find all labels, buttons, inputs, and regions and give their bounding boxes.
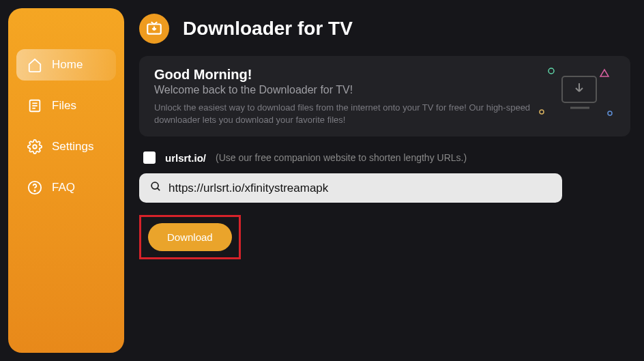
main-content: Downloader for TV Good Morning! Welcome … [132,0,644,361]
sidebar-item-label: Files [52,99,76,113]
url-prefix-label: urlsrt.io/ [165,152,206,164]
sidebar-item-home[interactable]: Home [16,49,116,81]
help-icon [27,180,42,195]
sidebar-item-settings[interactable]: Settings [16,131,116,162]
svg-point-6 [34,190,35,191]
svg-point-10 [540,110,544,114]
svg-point-4 [33,145,37,149]
sidebar-item-label: Home [52,58,83,72]
svg-point-9 [608,111,612,115]
files-icon [27,98,42,113]
app-title: Downloader for TV [183,18,353,40]
home-icon [27,57,42,72]
sidebar-item-faq[interactable]: FAQ [16,172,116,203]
sidebar-item-label: Settings [52,140,93,154]
sidebar-item-label: FAQ [52,181,75,194]
gear-icon [27,139,42,154]
sidebar: Home Files Settings FAQ [8,8,124,353]
url-shortener-checkbox[interactable] [143,151,156,164]
sidebar-item-files[interactable]: Files [16,90,116,121]
url-input[interactable] [169,182,551,195]
welcome-description: Unlock the easiest way to download files… [154,102,536,126]
app-header: Downloader for TV [139,14,630,44]
svg-point-13 [151,182,158,189]
app-logo-icon [139,14,169,44]
url-shortener-row: urlsrt.io/ (Use our free companion websi… [139,151,630,164]
download-button[interactable]: Download [148,223,232,251]
welcome-card: Good Morning! Welcome back to the Downlo… [139,56,630,136]
url-input-box[interactable] [139,173,562,203]
decorative-graphic [536,64,618,124]
download-highlight-frame: Download [139,215,241,259]
search-icon [150,181,162,195]
svg-line-14 [158,188,160,191]
svg-point-8 [548,68,554,74]
url-hint-text: (Use our free companion website to short… [216,152,467,163]
